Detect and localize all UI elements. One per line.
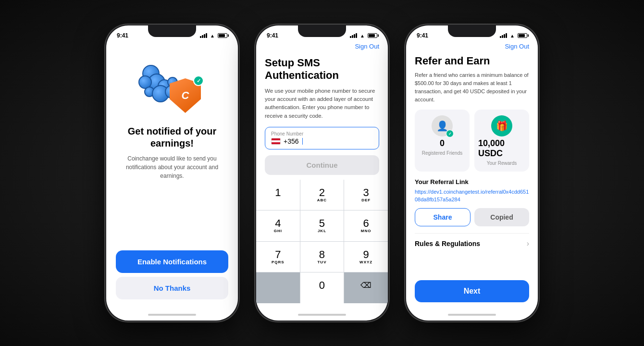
gift-icon: 🎁 (491, 115, 512, 136)
person-icon: 👤 (436, 120, 448, 132)
no-thanks-button[interactable]: No Thanks (116, 277, 228, 299)
copied-button[interactable]: Copied (474, 208, 529, 226)
flag-icon (271, 138, 281, 145)
notifications-screen: C ✓ Get notified of your earnings! Coinc… (106, 41, 238, 309)
num-key-8[interactable]: 8 TUV (300, 242, 344, 272)
phone-value: +356 (284, 137, 299, 145)
num-key-2[interactable]: 2 ABC (300, 180, 344, 210)
wifi-icon-1: ▲ (210, 33, 215, 38)
nav-bar-2: Sign Out (256, 41, 388, 53)
notch-3 (448, 25, 496, 37)
text-cursor (302, 138, 303, 145)
referral-link-text: https://dev1.coinchangetest.io/referral0… (415, 188, 529, 203)
num-key-4[interactable]: 4 GHI (256, 210, 300, 241)
battery-icon-1 (218, 33, 227, 38)
refer-description: Refer a friend who carries a minimum bal… (415, 71, 529, 104)
wifi-icon-2: ▲ (360, 33, 365, 38)
rules-regulations-row[interactable]: Rules & Regulations › (415, 233, 529, 254)
sign-out-button-3[interactable]: Sign Out (505, 43, 529, 50)
rules-label: Rules & Regulations (415, 240, 480, 247)
sms-description: We use your mobile phone number to secur… (265, 87, 379, 120)
numpad: 1 2 ABC 3 DEF 4 GHI (256, 180, 388, 303)
wifi-icon-3: ▲ (510, 33, 515, 38)
signal-icon-3 (500, 33, 507, 38)
sign-out-button-2[interactable]: Sign Out (355, 43, 379, 50)
friends-avatar: 👤 ✓ (432, 115, 453, 136)
status-icons-3: ▲ (500, 33, 527, 38)
num-key-delete[interactable]: ⌫ (344, 272, 388, 303)
rewards-row: 👤 ✓ 0 Registered Friends 🎁 10,000 USDC Y… (415, 110, 529, 172)
status-icons-1: ▲ (200, 33, 227, 38)
notification-illustration: C ✓ (138, 50, 206, 118)
num-key-blank (256, 272, 300, 303)
refer-body: Refer and Earn Refer a friend who carrie… (406, 53, 538, 309)
refer-title: Refer and Earn (415, 55, 529, 67)
next-button[interactable]: Next (415, 280, 529, 302)
coinchange-logo-c: C (182, 89, 189, 102)
refer-earn-screen: Sign Out Refer and Earn Refer a friend w… (406, 41, 538, 309)
battery-icon-3 (518, 33, 527, 38)
notification-description: Coinchange would like to send you notifi… (116, 154, 228, 180)
num-key-1[interactable]: 1 (256, 180, 300, 210)
nav-bar-3: Sign Out (406, 41, 538, 53)
num-key-5[interactable]: 5 JKL (300, 210, 344, 241)
num-key-0[interactable]: 0 (300, 272, 344, 303)
enable-notifications-button[interactable]: Enable Notifications (116, 250, 228, 273)
status-icons-2: ▲ (350, 33, 377, 38)
friends-label: Registered Friends (422, 150, 462, 156)
home-indicator-3 (406, 309, 538, 321)
check-badge-icon: ✓ (193, 75, 204, 86)
phone-1: 9:41 ▲ (105, 24, 239, 322)
sms-auth-screen: Sign Out Setup SMS Authentication We use… (256, 41, 388, 309)
phone-input-label: Phone Number (271, 131, 373, 136)
rewards-label: Your Rewards (487, 161, 517, 166)
sms-title: Setup SMS Authentication (265, 57, 379, 82)
num-key-9[interactable]: 9 WXYZ (344, 242, 388, 272)
notification-title: Get notified of your earnings! (116, 125, 228, 149)
notch-2 (298, 25, 346, 37)
num-key-3[interactable]: 3 DEF (344, 180, 388, 210)
num-key-7[interactable]: 7 PQRS (256, 242, 300, 272)
continue-button[interactable]: Continue (265, 155, 379, 175)
friends-card: 👤 ✓ 0 Registered Friends (415, 110, 470, 172)
avatar-check-badge-icon: ✓ (446, 130, 454, 137)
status-time-2: 9:41 (267, 32, 278, 39)
friends-count: 0 (440, 138, 445, 148)
chevron-right-icon: › (527, 239, 529, 248)
home-indicator-2 (256, 309, 388, 321)
home-indicator-1 (106, 309, 238, 321)
notch-1 (148, 25, 196, 37)
rewards-count: 10,000 USDC (478, 138, 525, 159)
shield-icon: C ✓ (170, 78, 201, 113)
phone-2: 9:41 ▲ Sign Out Setup SMS Authentication… (255, 24, 389, 322)
signal-icon-1 (200, 33, 207, 38)
num-key-6[interactable]: 6 MNO (344, 210, 388, 241)
status-time-3: 9:41 (417, 32, 428, 39)
sms-body: Setup SMS Authentication We use your mob… (256, 53, 388, 309)
your-referral-link-label: Your Referral Link (415, 178, 529, 185)
battery-icon-2 (368, 33, 377, 38)
phone-3: 9:41 ▲ Sign Out Refer and Earn Refer a f… (405, 24, 539, 322)
phone-number-input[interactable]: Phone Number +356 (265, 127, 379, 149)
link-buttons: Share Copied (415, 208, 529, 226)
rewards-card: 🎁 10,000 USDC Your Rewards (474, 110, 529, 172)
signal-icon-2 (350, 33, 357, 38)
status-time-1: 9:41 (117, 32, 128, 39)
share-button[interactable]: Share (415, 208, 471, 226)
